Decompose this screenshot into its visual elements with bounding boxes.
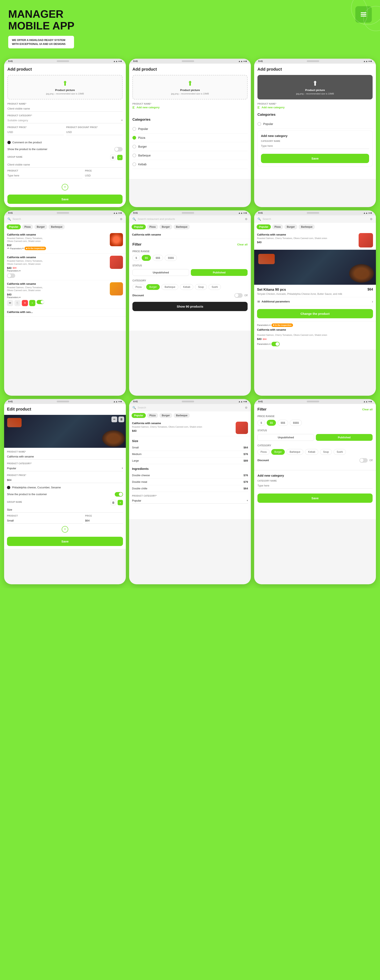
tab-pizza-8[interactable]: Pizza (147, 413, 158, 418)
edit-category-select[interactable]: Popular ▾ (7, 466, 123, 471)
cat-barbeque[interactable]: Barbeque (162, 284, 178, 290)
product-toggle-2[interactable] (7, 274, 15, 278)
add-item-button[interactable]: + (62, 184, 68, 191)
tab-burger-6[interactable]: Burger (284, 224, 297, 229)
discount-toggle-9[interactable] (359, 458, 368, 463)
tab-popular-5[interactable]: Popular (131, 224, 146, 229)
edit-price-value[interactable]: $64 (7, 477, 123, 483)
params-btn-bottom[interactable]: Parameters ▾ (257, 324, 271, 326)
tab-barbeque-6[interactable]: Barbeque (299, 224, 315, 229)
show-product-toggle[interactable] (114, 147, 123, 151)
price-option-2[interactable]: $$ (142, 255, 151, 261)
status-published-9[interactable]: Published (316, 434, 373, 441)
upload-area-2[interactable]: ⬆ Product picture jpg,png – recommended … (132, 75, 248, 99)
tab-burger-4[interactable]: Burger (34, 224, 47, 229)
category-popular-3[interactable]: Popular (257, 119, 373, 129)
params-button-3[interactable]: Parameters ▾ (7, 296, 21, 299)
cat-burger-9[interactable]: Burger (271, 449, 285, 455)
search-input-6[interactable]: Search (263, 217, 368, 221)
category-pizza[interactable]: Pizza (132, 134, 248, 142)
category-barbeque[interactable]: Barbeque (132, 151, 248, 160)
add-group-button[interactable]: + (117, 155, 123, 160)
cat-kebab-9[interactable]: Kebab (305, 449, 318, 455)
cat-sushi-9[interactable]: Sushi (334, 449, 346, 455)
cat-barbeque-9[interactable]: Barbeque (287, 449, 303, 455)
cat-soup[interactable]: Soup (195, 284, 207, 290)
tab-popular-8[interactable]: Popular (131, 413, 146, 418)
status-unpublished-9[interactable]: Unpublished (257, 434, 314, 441)
cat-name-input-9[interactable] (257, 483, 373, 488)
price-option-1[interactable]: $ (132, 255, 140, 261)
tab-pizza-6[interactable]: Pizza (272, 224, 283, 229)
tab-barbeque-8[interactable]: Barbeque (174, 413, 190, 418)
tab-popular-6[interactable]: Popular (256, 224, 271, 229)
edit-product-button[interactable]: ✏ (7, 300, 13, 306)
tab-burger-5[interactable]: Burger (159, 224, 172, 229)
edit-add-group-button[interactable]: + (118, 500, 123, 505)
filter-icon-8[interactable]: ⚙ (245, 406, 248, 409)
search-input-4[interactable]: Search (13, 217, 118, 221)
price-option-9-3[interactable]: $$$ (278, 420, 288, 426)
additional-params-row[interactable]: Additional parameters › (257, 297, 373, 306)
category-name-input[interactable] (261, 143, 369, 149)
delete-group-button[interactable]: 🗑 (110, 155, 116, 160)
clear-all-button[interactable]: Clear all (237, 243, 248, 246)
price-input[interactable] (7, 129, 64, 135)
edit-price-col-value[interactable]: $64 (85, 518, 123, 523)
params-btn-bottom2[interactable]: Parameters ▾ (257, 343, 271, 345)
price-option-9-2[interactable]: $$ (267, 420, 276, 426)
edit-image-delete-button[interactable]: 🗑 (119, 417, 124, 422)
tab-barbeque-5[interactable]: Barbeque (174, 224, 190, 229)
tab-burger-8[interactable]: Burger (159, 413, 172, 418)
show-products-button[interactable]: Show 90 products (132, 302, 248, 311)
add-new-category-link[interactable]: Add new category (132, 106, 248, 109)
params-button-1[interactable]: Parameters ▾ (7, 247, 24, 250)
edit-comment-row[interactable]: Philadelphia cheese, Cucumber, Sesame (7, 486, 123, 489)
cat-soup-9[interactable]: Soup (320, 449, 332, 455)
category-select[interactable]: Suitable category ▾ (7, 118, 123, 123)
change-product-button[interactable]: Change the product (257, 309, 373, 318)
product-toggle-bottom[interactable] (271, 342, 280, 346)
add-new-category-link-3[interactable]: Add new category (257, 106, 373, 109)
cat-pizza-9[interactable]: Pizza (257, 449, 269, 455)
cat-sushi[interactable]: Sushi (209, 284, 221, 290)
save-category-button[interactable]: Save (261, 154, 369, 163)
search-input-5[interactable]: Search restaurant and products (138, 217, 243, 221)
upload-area-3[interactable]: ⬆ Product picture jpg,png – recommended … (257, 75, 373, 99)
upload-area[interactable]: ⬆ Product picture jpg,png – recommended … (7, 75, 123, 99)
product-toggle-3[interactable] (36, 300, 44, 304)
search-input-8[interactable]: Search (138, 406, 243, 409)
tab-barbeque-4[interactable]: Barbeque (49, 224, 65, 229)
delete-product-button[interactable]: ✕ (22, 300, 28, 306)
price-option-4[interactable]: $$$$ (165, 255, 177, 261)
group-name-input[interactable] (7, 162, 123, 168)
product-col-input[interactable] (7, 173, 82, 178)
comment-row[interactable]: Comment on the product (7, 141, 123, 144)
category-burger[interactable]: Burger (132, 142, 248, 151)
edit-product-name-value[interactable]: California with sesame (7, 454, 123, 460)
add-product-button-list[interactable]: + (29, 300, 35, 306)
discount-input[interactable] (66, 129, 123, 135)
price-col-input[interactable] (85, 173, 123, 178)
fork-icon-button[interactable]: 🍴 (14, 300, 21, 306)
tab-popular-4[interactable]: Popular (6, 224, 21, 229)
price-option-9-4[interactable]: $$$$ (290, 420, 302, 426)
edit-product-col-value[interactable]: Small (7, 518, 83, 523)
cat-pizza[interactable]: Pizza (132, 284, 144, 290)
edit-save-button[interactable]: Save (7, 537, 123, 546)
filter-icon-6[interactable]: ⚙ (370, 217, 373, 221)
edit-show-toggle[interactable] (115, 492, 123, 496)
product-name-input[interactable] (7, 106, 123, 111)
status-unpublished[interactable]: Unpublished (132, 269, 189, 276)
category-kebab[interactable]: Kebab (132, 160, 248, 169)
tab-pizza-5[interactable]: Pizza (147, 224, 158, 229)
tab-pizza-4[interactable]: Pizza (22, 224, 33, 229)
save-button-1[interactable]: Save (7, 194, 123, 204)
edit-add-item-button[interactable]: + (62, 526, 68, 533)
filter-icon-5[interactable]: ⚙ (245, 217, 248, 221)
filter-icon-4[interactable]: ⚙ (120, 217, 123, 221)
category-bottom-select[interactable]: Popular ▾ (132, 498, 248, 504)
discount-toggle[interactable] (234, 293, 243, 298)
cat-burger[interactable]: Burger (146, 284, 160, 290)
category-popular[interactable]: Popular (132, 124, 248, 134)
